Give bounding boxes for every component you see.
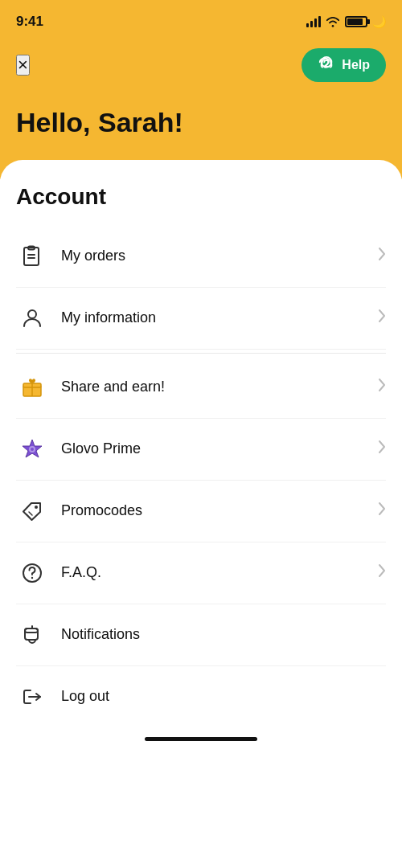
help-label: Help bbox=[342, 58, 370, 72]
help-button[interactable]: Help bbox=[302, 48, 386, 82]
status-time: 9:41 bbox=[16, 14, 43, 30]
menu-item-share-and-earn[interactable]: Share and earn! bbox=[16, 357, 386, 419]
home-bar bbox=[145, 737, 257, 741]
prime-icon bbox=[16, 433, 48, 465]
faq-label: F.A.Q. bbox=[61, 564, 378, 581]
header: × Help Hello, Sarah! bbox=[0, 40, 402, 179]
menu-item-notifications[interactable]: Notifications bbox=[16, 604, 386, 666]
wifi-icon bbox=[326, 16, 340, 27]
svg-rect-12 bbox=[25, 628, 38, 640]
header-top: × Help bbox=[16, 48, 386, 82]
svg-point-9 bbox=[35, 506, 38, 509]
moon-icon: 🌙 bbox=[372, 15, 386, 28]
battery-icon bbox=[345, 16, 367, 27]
my-orders-label: My orders bbox=[61, 248, 378, 264]
notifications-label: Notifications bbox=[61, 626, 386, 643]
signal-icon bbox=[306, 16, 321, 27]
menu-item-log-out[interactable]: Log out bbox=[16, 666, 386, 727]
menu-item-my-orders[interactable]: My orders bbox=[16, 226, 386, 288]
svg-rect-13 bbox=[25, 628, 38, 633]
chevron-icon bbox=[378, 378, 386, 396]
svg-point-8 bbox=[31, 448, 34, 451]
question-icon bbox=[16, 557, 48, 589]
chevron-icon bbox=[378, 502, 386, 520]
status-icons: 🌙 bbox=[306, 15, 386, 28]
section-title: Account bbox=[16, 184, 386, 210]
menu-card: Account My orders bbox=[0, 160, 402, 727]
orders-icon bbox=[16, 240, 48, 272]
person-icon bbox=[16, 302, 48, 334]
svg-point-11 bbox=[31, 577, 33, 579]
logout-icon bbox=[16, 681, 48, 713]
menu-item-glovo-prime[interactable]: Glovo Prime bbox=[16, 419, 386, 481]
share-and-earn-label: Share and earn! bbox=[61, 379, 378, 395]
menu-item-faq[interactable]: F.A.Q. bbox=[16, 542, 386, 604]
bell-icon bbox=[16, 619, 48, 651]
chevron-icon bbox=[378, 563, 386, 582]
chevron-icon bbox=[378, 247, 386, 265]
greeting: Hello, Sarah! bbox=[16, 106, 386, 139]
help-icon bbox=[318, 56, 335, 74]
gift-icon bbox=[16, 371, 48, 403]
log-out-label: Log out bbox=[61, 688, 386, 705]
menu-list: My orders My information bbox=[16, 226, 386, 727]
menu-item-my-information[interactable]: My information bbox=[16, 288, 386, 350]
promocodes-label: Promocodes bbox=[61, 502, 378, 519]
glovo-prime-label: Glovo Prime bbox=[61, 440, 378, 457]
status-bar: 9:41 🌙 bbox=[0, 0, 402, 40]
tag-icon bbox=[16, 495, 48, 527]
chevron-icon bbox=[378, 309, 386, 327]
menu-item-promocodes[interactable]: Promocodes bbox=[16, 481, 386, 542]
chevron-icon bbox=[378, 440, 386, 458]
my-information-label: My information bbox=[61, 309, 378, 326]
menu-divider bbox=[16, 353, 386, 354]
home-indicator bbox=[0, 727, 402, 747]
svg-point-3 bbox=[28, 310, 36, 318]
close-button[interactable]: × bbox=[16, 55, 30, 76]
